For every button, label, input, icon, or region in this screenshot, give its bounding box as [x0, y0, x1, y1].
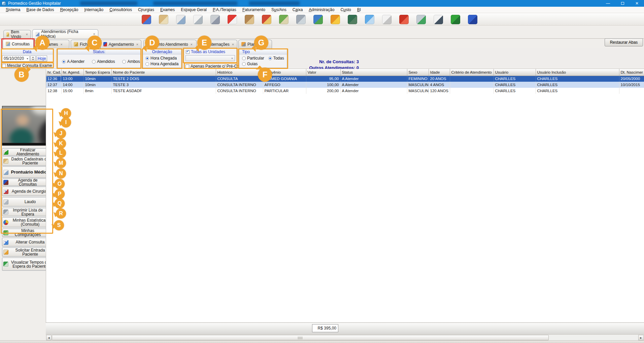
- type-option-todas[interactable]: Todas: [268, 56, 284, 61]
- type-option-particular[interactable]: Particular: [242, 56, 264, 61]
- hospital-bed-icon[interactable]: [210, 15, 220, 24]
- ledger-book-icon[interactable]: [348, 15, 357, 24]
- menu-item-bi[interactable]: BI: [354, 7, 364, 12]
- cash-icon[interactable]: [279, 15, 289, 24]
- sidebar-button-minhas-estat-sticas-consulta-[interactable]: Minhas Estatísticas (Consulta): [2, 217, 52, 227]
- report-icon[interactable]: [382, 15, 392, 24]
- table-row[interactable]: 12:3815:008minTESTE ASDADFCONSULTA INTER…: [46, 88, 644, 94]
- sidebar-button-minhas-configura-es[interactable]: Minhas Configurações▼: [2, 229, 52, 237]
- minimize-button[interactable]: —: [601, 0, 615, 7]
- menu-item-cirurgias[interactable]: Cirurgias: [135, 7, 157, 12]
- cell-valor: 95,00: [306, 76, 340, 82]
- column-header-hr-cad-[interactable]: hr. Cad.: [46, 69, 61, 76]
- scrollbar-thumb[interactable]: [52, 335, 549, 340]
- column-header-nome-do-paciente[interactable]: Nome do Paciente: [111, 69, 216, 76]
- scroll-right-icon[interactable]: ▶: [638, 335, 644, 340]
- ambulance-icon[interactable]: [228, 15, 237, 24]
- menu-item-base-de-dados[interactable]: Base de Dados: [23, 7, 57, 12]
- column-header-idade[interactable]: Idade: [429, 69, 450, 76]
- menu-item-sus-ans[interactable]: Sus/Ans: [268, 7, 290, 12]
- menu-item-recep-o[interactable]: Recepção: [57, 7, 81, 12]
- menu-item-administra-o[interactable]: Administração: [306, 7, 337, 12]
- column-header-dt-nascimer[interactable]: Dt. Nascimer: [619, 69, 644, 76]
- scroll-left-icon[interactable]: ◀: [46, 335, 52, 340]
- column-header-usu-rio-inclus-o[interactable]: Usuário Inclusão: [536, 69, 619, 76]
- menu-item-p-a-terapias[interactable]: P.A./Terapias: [210, 7, 239, 12]
- menu-item-sistema[interactable]: Sistema: [3, 7, 23, 12]
- status-option-atendidos[interactable]: Atendidos: [92, 59, 115, 64]
- edit-pencil-icon: ✎: [3, 240, 8, 245]
- sidebar-button-prontu-rio-m-dico[interactable]: Prontuário Médico: [2, 166, 52, 178]
- sidebar-button-laudo[interactable]: Laudo: [2, 197, 52, 206]
- chart-dollar-icon[interactable]: [313, 15, 323, 24]
- sidebar-button-solicitar-entrada-paciente[interactable]: Solicitar Entrada Paciente: [2, 247, 52, 257]
- menu-item-custo[interactable]: Custo: [337, 7, 354, 12]
- medical-log-green-icon[interactable]: [451, 15, 460, 24]
- patient-records-icon[interactable]: [159, 15, 168, 24]
- tab-bem-vindo[interactable]: Bem Vindo×: [3, 30, 31, 38]
- menu-item-consult-rios[interactable]: Consultórios: [106, 7, 135, 12]
- cell-idade: 4 ANOS: [429, 82, 450, 88]
- patient-transfer-icon[interactable]: [142, 15, 151, 24]
- date-input[interactable]: 05/10/2020 ▼: [2, 55, 30, 62]
- sign-document-icon[interactable]: [434, 15, 443, 24]
- phone-book-icon[interactable]: [331, 15, 340, 24]
- e-billing-icon[interactable]: [416, 15, 426, 24]
- sidebar-button-dados-cadastrais-do-paciente[interactable]: Dados Cadastrais do Paciente: [2, 156, 52, 166]
- tab-close-icon[interactable]: ×: [60, 42, 62, 46]
- sidebar-button-imprimir-lista-de-espera[interactable]: Imprimir Lista de Espera▼: [2, 208, 52, 216]
- prescription-icon[interactable]: [193, 15, 203, 24]
- column-header-hr-agend-[interactable]: hr. Agend.: [61, 69, 83, 76]
- finance-up-icon[interactable]: [262, 15, 271, 24]
- doctor-icon[interactable]: [176, 15, 185, 24]
- order-option-hora-chegada[interactable]: Hora Chegada: [145, 56, 181, 61]
- table-row[interactable]: 12:3613:0010minTESTE 2 DOISCONSULTAUNIME…: [46, 76, 644, 82]
- tab-close-icon[interactable]: ×: [26, 32, 28, 36]
- sidebar-button-agenda-de-consultas[interactable]: Agenda de Consultas▼: [2, 179, 52, 186]
- order-option-hora-agendada[interactable]: Hora Agendada: [145, 62, 181, 66]
- callout-letter: B: [19, 70, 24, 79]
- column-header-hist-rico[interactable]: Histórico: [216, 69, 263, 76]
- column-header-sexo[interactable]: Sexo: [407, 69, 429, 76]
- maximize-button[interactable]: [615, 0, 630, 7]
- unit-select[interactable]: ▼: [185, 55, 235, 61]
- restore-tabs-button[interactable]: Restaurar Abas: [605, 38, 643, 46]
- button-icon-holder: [2, 209, 9, 215]
- sidebar-button-agenda-de-cirurgias[interactable]: ✎Agenda de Cirurgias: [2, 187, 52, 196]
- button-icon-holder: [2, 159, 9, 164]
- chat-icon[interactable]: [365, 15, 374, 24]
- date-dropdown-icon[interactable]: ▼: [26, 58, 29, 60]
- menu-item-faturamento[interactable]: Faturamento: [239, 7, 268, 12]
- column-header-usu-rio[interactable]: Usuário: [494, 69, 536, 76]
- cell-sexo: MASCULINO: [407, 82, 429, 88]
- sidebar-button-alterar-consulta[interactable]: ✎Alterar Consulta: [2, 238, 52, 246]
- subtab-agendamento[interactable]: Agendamento×: [100, 40, 141, 48]
- tab-close-icon[interactable]: ×: [190, 42, 192, 46]
- close-button[interactable]: ✕: [630, 0, 644, 7]
- horizontal-scrollbar[interactable]: ◀ ▶: [46, 334, 644, 340]
- column-header-status[interactable]: Status: [340, 69, 407, 76]
- menu-item-interna-o[interactable]: Internação: [81, 7, 106, 12]
- all-units-checkbox[interactable]: Todas as Unidades: [186, 49, 225, 54]
- sidebar-button-finalizar-atendimento[interactable]: ✔Finalizar Atendimento▼: [2, 148, 52, 156]
- subtab-consultas[interactable]: Consultas: [3, 39, 34, 48]
- menu-item-caixa[interactable]: Caixa: [290, 7, 306, 12]
- table-row[interactable]: 12:3714:0010minTESTE 3CONSULTA INTERNOAF…: [46, 82, 644, 88]
- column-header-crit-rio-de-atendimento[interactable]: Critério de Atendimento: [450, 69, 494, 76]
- column-header-tempo-espera[interactable]: Tempo Espera: [83, 69, 111, 76]
- safe-icon[interactable]: [296, 15, 306, 24]
- tab-close-icon[interactable]: ×: [232, 42, 234, 46]
- type-option-guias[interactable]: Guias: [242, 62, 258, 66]
- status-option-a-atender[interactable]: A Atender: [62, 59, 84, 64]
- status-option-ambos[interactable]: Ambos: [122, 59, 140, 64]
- today-button[interactable]: Hoje: [36, 55, 47, 62]
- power-icon[interactable]: [399, 15, 409, 24]
- tab-close-icon[interactable]: ×: [136, 42, 138, 46]
- menu-item-exames[interactable]: Exames: [157, 7, 178, 12]
- menu-item-estoque-geral[interactable]: Estoque Geral: [178, 7, 210, 12]
- date-spinner[interactable]: ▲▼: [30, 55, 36, 62]
- stock-box-icon[interactable]: [245, 15, 254, 24]
- medical-log-blue-icon[interactable]: [468, 15, 477, 24]
- sidebar-button-visualizar-tempos-de-espera-do-paciente[interactable]: Visualizar Tempos de Espera do Paciente: [2, 258, 52, 271]
- column-header-valor[interactable]: Valor: [306, 69, 340, 76]
